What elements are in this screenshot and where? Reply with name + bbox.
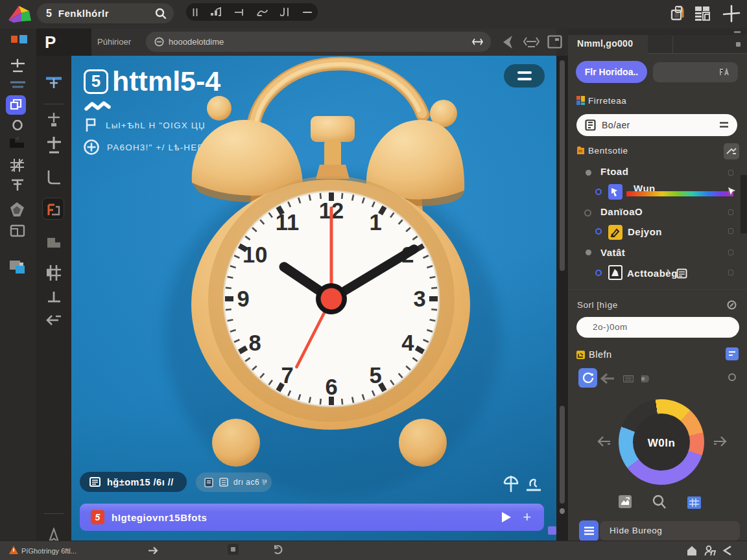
svg-text:11: 11 bbox=[276, 210, 299, 235]
svg-text:7: 7 bbox=[281, 363, 293, 388]
svg-text:4: 4 bbox=[401, 331, 414, 355]
svg-text:8: 8 bbox=[249, 331, 261, 355]
svg-text:6: 6 bbox=[325, 375, 337, 399]
svg-text:9: 9 bbox=[237, 286, 249, 311]
svg-text:3: 3 bbox=[413, 286, 425, 311]
svg-text:5: 5 bbox=[369, 363, 381, 388]
svg-text:1: 1 bbox=[369, 210, 381, 235]
svg-text:10: 10 bbox=[243, 242, 267, 267]
